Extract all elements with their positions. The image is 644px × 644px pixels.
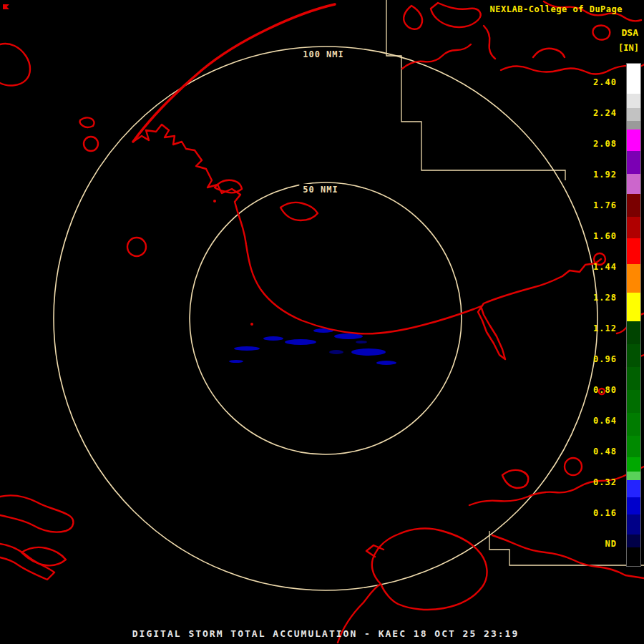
colorbar-segment — [627, 108, 640, 121]
legend-tick-label: 1.76 — [593, 200, 617, 211]
coastline-west — [0, 44, 30, 86]
legend-units-label: [IN] — [618, 43, 639, 53]
river-line — [484, 26, 495, 59]
colorbar — [626, 63, 641, 567]
coastline-east — [469, 467, 644, 505]
river-line — [533, 49, 565, 57]
zone-boundary-north — [386, 0, 565, 180]
colorbar-segment — [627, 121, 640, 130]
colorbar-segment — [627, 217, 640, 238]
legend-tick-label: 2.40 — [593, 77, 617, 88]
island-circle — [127, 238, 146, 256]
colorbar-segment — [627, 497, 640, 514]
colorbar-segment — [627, 194, 640, 217]
colorbar-segment — [627, 293, 640, 321]
colorbar-segment — [627, 130, 640, 151]
colorbar-segment — [627, 238, 640, 264]
legend-tick-label: 1.44 — [593, 261, 617, 273]
map-speck — [213, 200, 216, 203]
colorbar-segment — [627, 436, 640, 457]
colorbar-segment — [627, 174, 640, 194]
flag-icon — [0, 3, 11, 14]
lake-outline — [404, 6, 422, 29]
river-line — [402, 44, 471, 69]
colorbar-segment — [627, 457, 640, 472]
colorbar-segment — [627, 264, 640, 293]
legend-tick-label: 2.08 — [593, 138, 617, 150]
colorbar-segment — [627, 64, 640, 94]
colorbar-segment — [627, 390, 640, 413]
lake-outline — [431, 3, 481, 27]
legend-tick-label: 1.60 — [593, 230, 617, 242]
colorbar-segment — [627, 344, 640, 367]
legend-tick-labels: 2.402.242.081.921.761.601.441.281.120.96… — [580, 63, 617, 565]
colorbar-segment — [627, 367, 640, 390]
legend-tick-label: 0.64 — [593, 415, 617, 426]
coastlines — [0, 1, 644, 643]
range-ring-inner-label: 50 NMI — [299, 184, 341, 195]
river-line — [501, 64, 644, 74]
range-rings — [54, 47, 597, 590]
colorbar-segment — [627, 151, 640, 174]
legend-tick-label: 2.24 — [593, 107, 617, 119]
colorbar-segment — [627, 547, 640, 566]
island-outline — [280, 203, 318, 220]
range-ring-inner — [190, 182, 462, 454]
island-outline — [80, 117, 94, 127]
zone-boundary-southeast — [489, 531, 644, 565]
brand-text: NEXLAB-College of DuPage — [490, 4, 623, 14]
map-speck — [250, 323, 253, 326]
legend-tick-label: 0.16 — [593, 507, 617, 519]
legend-tick-label: 0.80 — [593, 384, 617, 396]
radar-map — [0, 0, 644, 644]
coastline-southeast — [492, 535, 644, 578]
lake-outline — [593, 26, 610, 40]
legend-product-label: DSA — [622, 27, 638, 38]
main-coastline — [133, 125, 601, 359]
legend-tick-label: 1.12 — [593, 323, 617, 334]
coastline-southwest — [0, 495, 73, 532]
legend-tick-label: 0.32 — [593, 477, 617, 488]
legend-tick-label: 1.28 — [593, 292, 617, 303]
island-large-south — [338, 529, 487, 643]
colorbar-segment — [627, 514, 640, 535]
colorbar-segment — [627, 413, 640, 436]
colorbar-segment — [627, 321, 640, 344]
product-title: DIGITAL STORM TOTAL ACCUMULATION - KAEC … — [132, 628, 519, 639]
range-ring-outer — [54, 47, 597, 590]
colorbar-segment — [627, 535, 640, 547]
legend-tick-label: ND — [605, 538, 617, 550]
colorbar-segment — [627, 472, 640, 480]
range-ring-outer-label: 100 NMI — [299, 49, 348, 60]
legend-tick-label: 1.92 — [593, 169, 617, 180]
colorbar-segment — [627, 480, 640, 497]
colorbar-segment — [627, 94, 640, 108]
coastline-arc — [133, 4, 335, 142]
legend-tick-label: 0.48 — [593, 446, 617, 457]
lake-outline — [502, 470, 528, 488]
legend-tick-label: 0.96 — [593, 353, 617, 365]
radar-display: 100 NMI 50 NMI NEXLAB-College of DuPage … — [0, 0, 644, 644]
island-circle — [84, 137, 98, 151]
